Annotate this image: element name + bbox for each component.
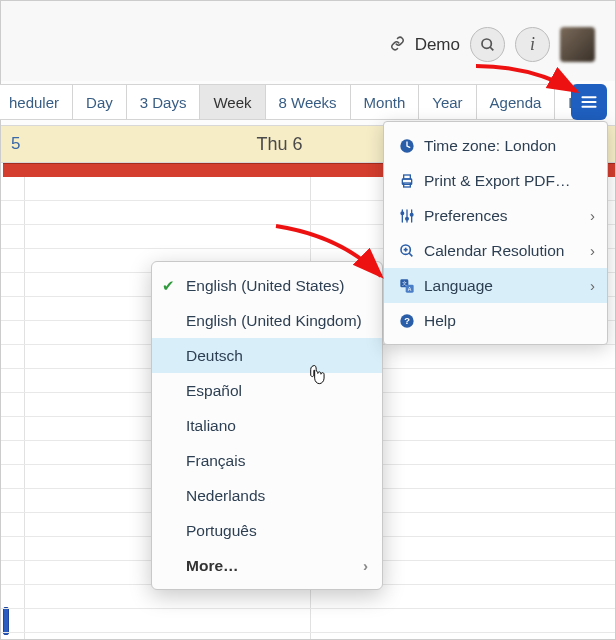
translate-icon: 文A — [396, 278, 418, 294]
lang-option-it[interactable]: Italiano — [152, 408, 382, 443]
chevron-right-icon: › — [363, 557, 368, 574]
info-button[interactable]: i — [515, 27, 550, 62]
lang-label: English (United States) — [186, 277, 345, 295]
lang-option-more[interactable]: More…› — [152, 548, 382, 583]
menu-label: Language — [424, 277, 590, 295]
svg-point-12 — [401, 212, 404, 215]
printer-icon — [396, 173, 418, 189]
svg-point-0 — [482, 39, 491, 48]
tab-3days[interactable]: 3 Days — [127, 85, 201, 119]
lang-label: Français — [186, 452, 245, 470]
lang-label: Português — [186, 522, 257, 540]
link-icon — [390, 36, 405, 54]
settings-menu-button[interactable] — [571, 84, 607, 120]
svg-point-14 — [410, 213, 413, 216]
app-frame: Demo i heduler Day 3 Days Week 8 Weeks M… — [0, 0, 616, 640]
lang-option-pt[interactable]: Português — [152, 513, 382, 548]
tab-month[interactable]: Month — [351, 85, 420, 119]
menu-label: Preferences — [424, 207, 590, 225]
svg-rect-3 — [582, 101, 597, 103]
view-tabs: heduler Day 3 Days Week 8 Weeks Month Ye… — [0, 84, 606, 120]
svg-line-16 — [409, 253, 412, 256]
menu-label: Help — [424, 312, 595, 330]
svg-line-1 — [490, 47, 493, 50]
svg-text:A: A — [408, 285, 412, 291]
chevron-right-icon: › — [590, 277, 595, 294]
zoom-icon — [396, 243, 418, 259]
tab-week[interactable]: Week — [200, 85, 265, 119]
lang-option-en-us[interactable]: English (United States) — [152, 268, 382, 303]
header-right-group: Demo i — [390, 27, 595, 62]
menu-label: Calendar Resolution — [424, 242, 590, 260]
menu-item-resolution[interactable]: Calendar Resolution › — [384, 233, 607, 268]
svg-point-13 — [406, 217, 409, 220]
lang-label: More… — [186, 557, 239, 575]
chevron-right-icon: › — [590, 207, 595, 224]
clock-icon — [396, 138, 418, 154]
lang-label: Nederlands — [186, 487, 265, 505]
svg-rect-2 — [582, 96, 597, 98]
prev-day-end[interactable]: 5 — [11, 134, 20, 154]
lang-label: Español — [186, 382, 242, 400]
language-submenu: English (United States) English (United … — [151, 261, 383, 590]
lang-option-en-uk[interactable]: English (United Kingdom) — [152, 303, 382, 338]
svg-rect-7 — [404, 175, 411, 179]
sliders-icon — [396, 208, 418, 224]
lang-label: Deutsch — [186, 347, 243, 365]
tab-8weeks[interactable]: 8 Weeks — [266, 85, 351, 119]
lang-label: English (United Kingdom) — [186, 312, 362, 330]
menu-item-preferences[interactable]: Preferences › — [384, 198, 607, 233]
tab-agenda[interactable]: Agenda — [477, 85, 556, 119]
lang-label: Italiano — [186, 417, 236, 435]
tab-year[interactable]: Year — [419, 85, 476, 119]
lang-option-de[interactable]: Deutsch — [152, 338, 382, 373]
menu-label: Print & Export PDF… — [424, 172, 595, 190]
svg-text:?: ? — [404, 316, 410, 326]
svg-rect-4 — [582, 106, 597, 108]
menu-item-print[interactable]: Print & Export PDF… — [384, 163, 607, 198]
settings-menu: Time zone: London Print & Export PDF… Pr… — [383, 121, 608, 345]
svg-text:文: 文 — [402, 280, 407, 286]
menu-item-language[interactable]: 文A Language › — [384, 268, 607, 303]
menu-item-help[interactable]: ? Help — [384, 303, 607, 338]
tab-day[interactable]: Day — [73, 85, 127, 119]
top-bar: Demo i — [1, 1, 615, 81]
search-button[interactable] — [470, 27, 505, 62]
lang-option-es[interactable]: Español — [152, 373, 382, 408]
menu-item-timezone[interactable]: Time zone: London — [384, 128, 607, 163]
lang-option-fr[interactable]: Français — [152, 443, 382, 478]
menu-label: Time zone: London — [424, 137, 595, 155]
tab-scheduler[interactable]: heduler — [0, 85, 73, 119]
current-day-label[interactable]: Thu 6 — [256, 134, 302, 155]
lang-option-nl[interactable]: Nederlands — [152, 478, 382, 513]
avatar[interactable] — [560, 27, 595, 62]
help-icon: ? — [396, 313, 418, 329]
chevron-right-icon: › — [590, 242, 595, 259]
demo-label[interactable]: Demo — [415, 35, 460, 55]
